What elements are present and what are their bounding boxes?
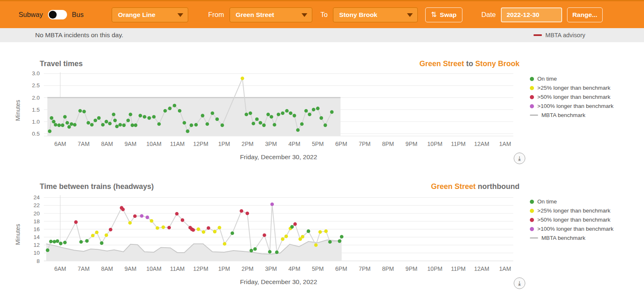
data-point[interactable] (186, 129, 189, 133)
data-point[interactable] (57, 124, 61, 127)
data-point[interactable] (289, 111, 292, 115)
data-point[interactable] (101, 123, 105, 127)
data-point[interactable] (255, 117, 259, 121)
data-point[interactable] (192, 228, 195, 232)
data-point[interactable] (61, 124, 65, 127)
data-point[interactable] (146, 215, 149, 219)
data-point[interactable] (277, 112, 280, 116)
data-point[interactable] (340, 235, 344, 239)
data-point[interactable] (300, 122, 304, 126)
data-point[interactable] (46, 248, 50, 252)
data-point[interactable] (290, 225, 294, 229)
swap-button[interactable]: ⇅ Swap (425, 7, 462, 22)
data-point[interactable] (251, 122, 255, 125)
data-point[interactable] (49, 240, 53, 244)
data-point[interactable] (196, 227, 200, 231)
data-point[interactable] (56, 239, 60, 243)
data-point[interactable] (63, 241, 67, 244)
data-point[interactable] (273, 123, 276, 127)
to-station-select[interactable]: Stony Brook (333, 7, 418, 22)
data-point[interactable] (65, 121, 69, 125)
data-point[interactable] (90, 123, 94, 127)
data-point[interactable] (59, 242, 62, 246)
data-point[interactable] (108, 122, 112, 125)
data-point[interactable] (161, 225, 165, 229)
data-point[interactable] (93, 119, 97, 122)
download-button[interactable]: ⤓ (514, 277, 525, 289)
data-point[interactable] (271, 203, 274, 206)
data-point[interactable] (48, 129, 52, 133)
data-point[interactable] (292, 114, 296, 117)
data-point[interactable] (338, 239, 342, 243)
data-point[interactable] (54, 123, 57, 127)
data-point[interactable] (128, 221, 132, 225)
data-point[interactable] (86, 121, 90, 125)
data-point[interactable] (63, 115, 67, 119)
data-point[interactable] (175, 212, 179, 216)
data-point[interactable] (156, 226, 159, 230)
data-point[interactable] (330, 110, 334, 114)
data-point[interactable] (95, 231, 99, 234)
data-point[interactable] (253, 247, 257, 251)
data-point[interactable] (220, 124, 224, 127)
data-point[interactable] (181, 218, 184, 222)
data-point[interactable] (213, 230, 217, 234)
data-point[interactable] (113, 119, 117, 122)
data-point[interactable] (178, 109, 182, 113)
data-point[interactable] (105, 233, 108, 237)
data-point[interactable] (173, 104, 177, 108)
data-point[interactable] (218, 226, 221, 229)
data-point[interactable] (320, 116, 323, 120)
data-point[interactable] (189, 124, 193, 127)
data-point[interactable] (323, 124, 327, 127)
data-point[interactable] (52, 120, 55, 124)
data-point[interactable] (293, 222, 297, 226)
data-point[interactable] (324, 229, 328, 233)
data-point[interactable] (121, 208, 125, 211)
data-point[interactable] (139, 114, 142, 117)
data-point[interactable] (285, 109, 289, 113)
data-point[interactable] (78, 109, 82, 113)
data-point[interactable] (194, 123, 198, 127)
download-button[interactable]: ⤓ (514, 153, 525, 164)
data-point[interactable] (244, 112, 248, 116)
data-point[interactable] (168, 226, 171, 229)
data-point[interactable] (85, 239, 89, 243)
data-point[interactable] (50, 116, 53, 120)
data-point[interactable] (202, 230, 206, 234)
data-point[interactable] (314, 243, 318, 247)
data-point[interactable] (168, 107, 172, 110)
date-input[interactable] (501, 7, 562, 22)
data-point[interactable] (215, 117, 219, 121)
data-point[interactable] (304, 109, 308, 113)
data-point[interactable] (281, 237, 285, 241)
data-point[interactable] (53, 240, 56, 244)
data-point[interactable] (105, 120, 108, 124)
data-point[interactable] (109, 228, 113, 232)
data-point[interactable] (275, 251, 279, 254)
data-point[interactable] (206, 122, 209, 126)
data-point[interactable] (147, 116, 151, 120)
data-point[interactable] (296, 128, 300, 132)
data-point[interactable] (131, 124, 134, 127)
data-point[interactable] (140, 214, 144, 218)
data-point[interactable] (79, 240, 83, 244)
data-point[interactable] (239, 209, 243, 213)
mode-label-subway[interactable]: Subway (19, 11, 43, 19)
mode-label-bus[interactable]: Bus (72, 11, 84, 19)
data-point[interactable] (201, 114, 205, 117)
data-point[interactable] (249, 111, 252, 115)
data-point[interactable] (97, 116, 101, 120)
data-point[interactable] (112, 112, 115, 116)
data-point[interactable] (129, 112, 132, 116)
data-point[interactable] (122, 124, 126, 127)
data-point[interactable] (100, 241, 104, 245)
data-point[interactable] (182, 121, 186, 125)
data-point[interactable] (152, 115, 156, 119)
data-point[interactable] (241, 76, 244, 80)
data-point[interactable] (259, 121, 262, 125)
data-point[interactable] (134, 124, 138, 127)
data-point[interactable] (268, 250, 272, 254)
data-point[interactable] (126, 119, 130, 122)
data-point[interactable] (118, 123, 122, 127)
